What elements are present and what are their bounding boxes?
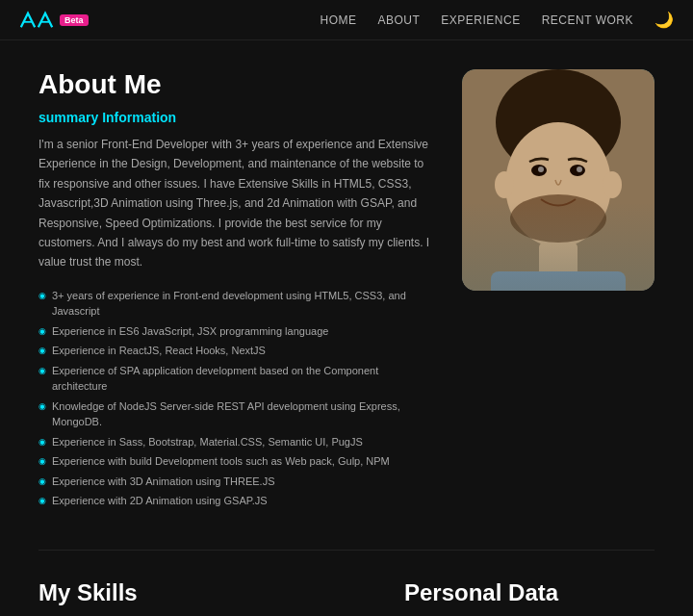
photo-placeholder xyxy=(462,69,654,291)
skill-list-item: Experience in ES6 JavaScript, JSX progra… xyxy=(38,321,433,342)
skill-list-item: 3+ years of experience in Front-end deve… xyxy=(38,286,433,321)
navigation: Beta HOME ABOUT EXPERIENCE RECENT WORK 🌙 xyxy=(0,0,693,40)
profile-photo xyxy=(462,69,654,291)
skills-list: 3+ years of experience in Front-end deve… xyxy=(38,286,433,511)
face-svg xyxy=(462,69,654,291)
svg-rect-13 xyxy=(491,271,626,291)
skill-list-item: Experience in Sass, Bootstrap, Material.… xyxy=(38,432,433,452)
main-content: About Me summary Information I'm a senio… xyxy=(0,40,693,616)
skills-section: My Skills Every day these progress bars … xyxy=(38,579,375,616)
beta-badge: Beta xyxy=(60,14,89,26)
skill-list-item: Experience of SPA application developmen… xyxy=(38,361,433,397)
nav-links: HOME ABOUT EXPERIENCE RECENT WORK 🌙 xyxy=(321,11,675,29)
skill-list-item: Experience with build Development tools … xyxy=(38,451,433,472)
skill-list-item: Experience with 2D Animation using GSAP.… xyxy=(38,491,433,511)
logo-icon xyxy=(19,9,54,32)
svg-rect-12 xyxy=(539,243,578,291)
personal-section: Personal Data Full Name : Mostafa Abd El… xyxy=(404,579,654,616)
personal-title: Personal Data xyxy=(404,579,654,606)
logo-area: Beta xyxy=(19,9,89,32)
about-title: About Me xyxy=(38,69,433,100)
about-text: About Me summary Information I'm a senio… xyxy=(38,69,433,511)
svg-point-9 xyxy=(510,194,606,243)
bottom-sections: My Skills Every day these progress bars … xyxy=(38,579,654,616)
svg-point-8 xyxy=(577,167,582,172)
about-subtitle: summary Information xyxy=(38,110,433,125)
dark-mode-toggle[interactable]: 🌙 xyxy=(654,12,674,28)
svg-point-10 xyxy=(495,171,514,198)
svg-point-7 xyxy=(538,167,544,172)
skills-title: My Skills xyxy=(38,579,375,606)
section-divider xyxy=(38,550,654,551)
skill-list-item: Knowledge of NodeJS Server-side REST API… xyxy=(38,397,433,432)
nav-about[interactable]: ABOUT xyxy=(378,13,421,27)
about-section: About Me summary Information I'm a senio… xyxy=(38,69,654,511)
skill-list-item: Experience in ReactJS, React Hooks, Next… xyxy=(38,341,433,361)
nav-home[interactable]: HOME xyxy=(321,13,357,27)
svg-point-11 xyxy=(603,171,622,198)
skill-list-item: Experience with 3D Animation using THREE… xyxy=(38,472,433,492)
about-description: I'm a senior Front-End Developer with 3+… xyxy=(38,135,433,272)
nav-experience[interactable]: EXPERIENCE xyxy=(441,13,520,27)
nav-recent-work[interactable]: RECENT WORK xyxy=(542,13,633,27)
